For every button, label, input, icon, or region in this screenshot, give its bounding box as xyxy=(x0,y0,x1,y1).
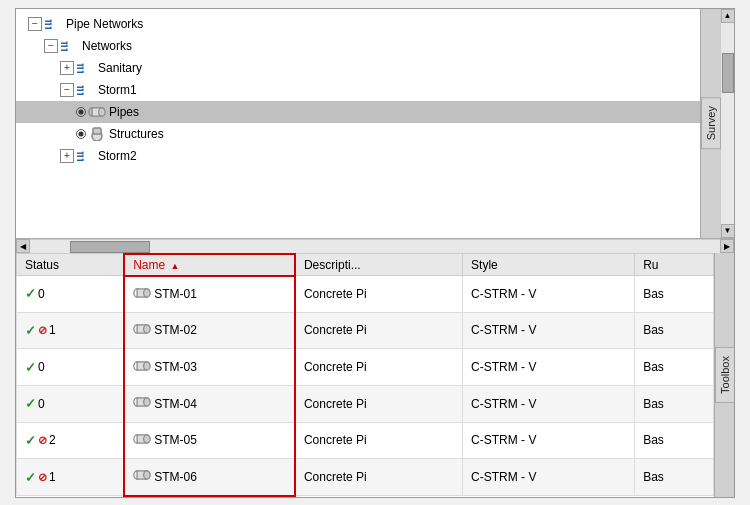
col-header-ru[interactable]: Ru xyxy=(635,254,714,276)
pipe-name-0: STM-01 xyxy=(154,287,197,301)
tree-item-pipes[interactable]: Pipes xyxy=(16,101,720,123)
tree-item-storm2[interactable]: + Ⲷ Storm2 xyxy=(16,145,720,167)
table-cell-description-4: Concrete Pi xyxy=(295,422,463,459)
col-header-status[interactable]: Status xyxy=(17,254,125,276)
scroll-track xyxy=(721,23,734,224)
h-scroll-left-btn[interactable]: ◀ xyxy=(16,239,30,253)
col-label-status: Status xyxy=(25,258,59,272)
tree-item-structures[interactable]: Structures xyxy=(16,123,720,145)
expand-icon-networks[interactable]: − xyxy=(44,39,58,53)
tree-label-pipe-networks: Pipe Networks xyxy=(66,17,143,31)
table-cell-description-1: Concrete Pi xyxy=(295,312,463,349)
pipes-icon xyxy=(88,104,106,120)
data-table: Status Name ▲ Descripti... Style xyxy=(16,253,714,497)
survey-tab[interactable]: Survey xyxy=(701,97,721,149)
svg-point-15 xyxy=(144,325,151,333)
pipe-icon-4 xyxy=(133,433,151,448)
svg-point-27 xyxy=(144,471,151,479)
col-label-style: Style xyxy=(471,258,498,272)
h-scroll-thumb[interactable] xyxy=(70,241,150,253)
table-cell-description-2: Concrete Pi xyxy=(295,349,463,386)
pipe-icon-1 xyxy=(133,323,151,338)
table-cell-name-2: STM-03 xyxy=(124,349,295,386)
col-label-ru: Ru xyxy=(643,258,658,272)
table-cell-status-2: ✓0 xyxy=(17,349,125,386)
h-scroll-right-btn[interactable]: ▶ xyxy=(720,239,734,253)
pipe-name-2: STM-03 xyxy=(154,360,197,374)
pipe-icon-0 xyxy=(133,287,151,302)
table-cell-status-0: ✓0 xyxy=(17,276,125,313)
radio-pipes xyxy=(76,107,86,117)
survey-tab-area: Survey xyxy=(700,9,720,238)
svg-point-6 xyxy=(99,107,106,115)
table-cell-ru-1: Bas xyxy=(635,312,714,349)
table-cell-name-1: STM-02 xyxy=(124,312,295,349)
table-cell-description-5: Concrete Pi xyxy=(295,459,463,496)
table-cell-style-2: C-STRM - V xyxy=(463,349,635,386)
pipe-icon-3 xyxy=(133,396,151,411)
pipe-name-3: STM-04 xyxy=(154,397,197,411)
table-cell-name-0: STM-01 xyxy=(124,276,295,313)
tree-item-storm1[interactable]: − Ⲷ Storm1 xyxy=(16,79,720,101)
table-cell-ru-3: Bas xyxy=(635,385,714,422)
scroll-up-btn[interactable]: ▲ xyxy=(721,9,735,23)
col-header-name[interactable]: Name ▲ xyxy=(124,254,295,276)
pipe-icon-5 xyxy=(133,469,151,484)
table-cell-description-3: Concrete Pi xyxy=(295,385,463,422)
h-scroll-track xyxy=(30,240,720,253)
svg-text:Ⲷ: Ⲷ xyxy=(45,16,52,32)
tree-label-storm1: Storm1 xyxy=(98,83,137,97)
table-cell-ru-0: Bas xyxy=(635,276,714,313)
storm1-icon: Ⲷ xyxy=(77,82,95,98)
col-header-description[interactable]: Descripti... xyxy=(295,254,463,276)
table-wrapper: Status Name ▲ Descripti... Style xyxy=(16,253,734,497)
pipe-name-4: STM-05 xyxy=(154,433,197,447)
h-scrollbar: ◀ ▶ xyxy=(16,239,734,253)
pipe-icon-2 xyxy=(133,360,151,375)
toolbox-tab[interactable]: Toolbox xyxy=(715,347,735,403)
tree-label-sanitary: Sanitary xyxy=(98,61,142,75)
storm2-icon: Ⲷ xyxy=(77,148,95,164)
table-cell-style-0: C-STRM - V xyxy=(463,276,635,313)
tree-item-pipe-networks[interactable]: − Ⲷ Pipe Networks xyxy=(16,13,720,35)
svg-point-24 xyxy=(144,435,151,443)
col-label-description: Descripti... xyxy=(304,258,361,272)
expand-icon-sanitary[interactable]: + xyxy=(60,61,74,75)
scroll-thumb[interactable] xyxy=(722,53,734,93)
table-cell-style-3: C-STRM - V xyxy=(463,385,635,422)
table-cell-status-5: ✓⊘1 xyxy=(17,459,125,496)
tree-item-networks[interactable]: − Ⲷ Networks xyxy=(16,35,720,57)
tree-content: − Ⲷ Pipe Networks − Ⲷ Networks + xyxy=(16,9,720,238)
table-cell-status-3: ✓0 xyxy=(17,385,125,422)
tree-label-pipes: Pipes xyxy=(109,105,139,119)
col-header-style[interactable]: Style xyxy=(463,254,635,276)
toolbox-tab-area: Toolbox xyxy=(714,253,734,497)
svg-point-21 xyxy=(144,398,151,406)
svg-text:Ⲷ: Ⲷ xyxy=(77,60,84,76)
svg-text:Ⲷ: Ⲷ xyxy=(77,148,84,164)
pipe-name-1: STM-02 xyxy=(154,323,197,337)
table-section: Status Name ▲ Descripti... Style xyxy=(16,253,734,497)
table-cell-status-4: ✓⊘2 xyxy=(17,422,125,459)
table-cell-style-4: C-STRM - V xyxy=(463,422,635,459)
svg-rect-8 xyxy=(93,128,101,134)
scroll-down-btn[interactable]: ▼ xyxy=(721,224,735,238)
table-cell-ru-4: Bas xyxy=(635,422,714,459)
expand-icon-pipe-networks[interactable]: − xyxy=(28,17,42,31)
tree-label-networks: Networks xyxy=(82,39,132,53)
table-cell-description-0: Concrete Pi xyxy=(295,276,463,313)
expand-icon-storm1[interactable]: − xyxy=(60,83,74,97)
table-cell-name-4: STM-05 xyxy=(124,422,295,459)
table-cell-style-5: C-STRM - V xyxy=(463,459,635,496)
table-cell-style-1: C-STRM - V xyxy=(463,312,635,349)
tree-item-sanitary[interactable]: + Ⲷ Sanitary xyxy=(16,57,720,79)
col-label-name: Name xyxy=(133,258,165,272)
svg-text:Ⲷ: Ⲷ xyxy=(61,38,68,54)
table-cell-name-5: STM-06 xyxy=(124,459,295,496)
tree-label-structures: Structures xyxy=(109,127,164,141)
main-window: − Ⲷ Pipe Networks − Ⲷ Networks + xyxy=(15,8,735,498)
tree-panel: − Ⲷ Pipe Networks − Ⲷ Networks + xyxy=(16,9,734,239)
tree-label-storm2: Storm2 xyxy=(98,149,137,163)
networks-icon: Ⲷ xyxy=(61,38,79,54)
expand-icon-storm2[interactable]: + xyxy=(60,149,74,163)
